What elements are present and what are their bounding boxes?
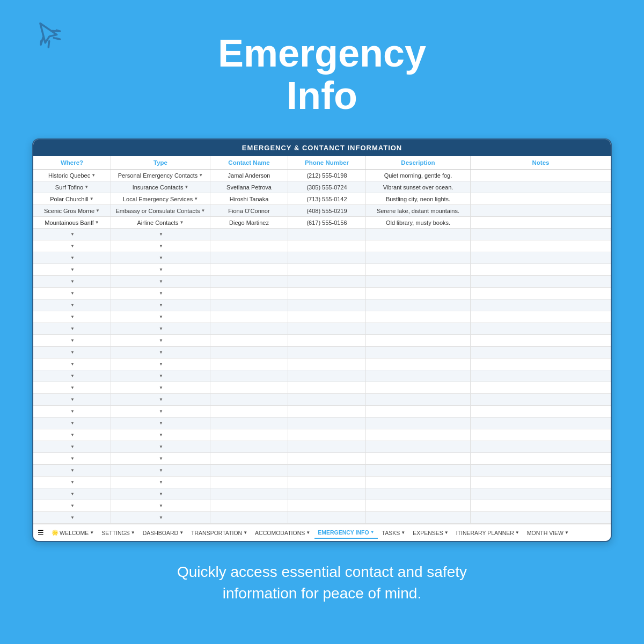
tab-dropdown-arrow: ▼: [444, 530, 449, 535]
table-row-empty[interactable]: ▼ ▼: [33, 311, 611, 323]
cell-description-empty: [366, 453, 471, 464]
cell-type: Airline Contacts▼: [111, 217, 210, 228]
cell-phone-empty: [288, 299, 366, 311]
tab-label: MONTH VIEW: [527, 530, 564, 536]
cell-where-empty: ▼: [33, 229, 111, 240]
cell-notes-empty: [471, 453, 611, 464]
cell-phone-empty: [288, 358, 366, 370]
table-row[interactable]: Surf Tofino▼ Insurance Contacts▼ Svetlan…: [33, 181, 611, 193]
cell-notes: [471, 170, 611, 181]
table-row-empty[interactable]: ▼ ▼: [33, 358, 611, 370]
table-row-empty[interactable]: ▼ ▼: [33, 229, 611, 240]
cell-description-empty: [366, 394, 471, 405]
cell-type-empty: ▼: [111, 323, 210, 334]
table-row-empty[interactable]: ▼ ▼: [33, 335, 611, 347]
cell-where: Scenic Gros Morne▼: [33, 205, 111, 216]
table-title: EMERGENCY & CONTANCT INFORMATION: [33, 140, 611, 156]
tab-dashboard[interactable]: DASHBOARD ▼: [140, 528, 187, 538]
tab-transportation[interactable]: TRANSPORTATION ▼: [188, 528, 251, 538]
table-row-empty[interactable]: ▼ ▼: [33, 288, 611, 299]
tab-dropdown-arrow: ▼: [565, 530, 569, 535]
cell-contact-empty: [210, 512, 288, 523]
cell-where: Mountainous Banff▼: [33, 217, 111, 228]
cell-contact-empty: [210, 418, 288, 429]
cell-where-empty: ▼: [33, 347, 111, 358]
table-row-empty[interactable]: ▼ ▼: [33, 394, 611, 406]
table-row[interactable]: Mountainous Banff▼ Airline Contacts▼ Die…: [33, 217, 611, 229]
cell-notes: [471, 181, 611, 193]
cell-phone-empty: [288, 311, 366, 323]
cell-contact-empty: [210, 240, 288, 252]
table-row-empty[interactable]: ▼ ▼: [33, 323, 611, 335]
cell-where-empty: ▼: [33, 488, 111, 500]
cell-notes-empty: [471, 488, 611, 500]
table-row-empty[interactable]: ▼ ▼: [33, 465, 611, 477]
table-row-empty[interactable]: ▼ ▼: [33, 264, 611, 276]
cell-notes-empty: [471, 240, 611, 252]
tab-settings[interactable]: SETTINGS ▼: [98, 528, 138, 538]
cell-type-empty: ▼: [111, 264, 210, 275]
page-title: Emergency Info: [218, 32, 426, 117]
table-row-empty[interactable]: ▼ ▼: [33, 418, 611, 429]
cell-type-empty: ▼: [111, 382, 210, 393]
cell-description-empty: [366, 347, 471, 358]
cell-where-empty: ▼: [33, 418, 111, 429]
cell-description: Old library, musty books.: [366, 217, 471, 228]
tab-welcome[interactable]: 🌟 WELCOME ▼: [48, 527, 97, 538]
table-row-empty[interactable]: ▼ ▼: [33, 299, 611, 311]
cell-description-empty: [366, 288, 471, 299]
tab-accomodations[interactable]: ACCOMODATIONS ▼: [252, 528, 313, 538]
cell-where-empty: ▼: [33, 335, 111, 346]
cell-where-empty: ▼: [33, 299, 111, 311]
cell-description-empty: [366, 465, 471, 476]
table-row-empty[interactable]: ▼ ▼: [33, 441, 611, 453]
table-row-empty[interactable]: ▼ ▼: [33, 453, 611, 465]
table-row-empty[interactable]: ▼ ▼: [33, 252, 611, 264]
table-row-empty[interactable]: ▼ ▼: [33, 512, 611, 524]
table-row-empty[interactable]: ▼ ▼: [33, 347, 611, 358]
cell-contact: Fiona O'Connor: [210, 205, 288, 216]
cell-description-empty: [366, 370, 471, 382]
table-row[interactable]: Polar Churchill▼ Local Emergency Service…: [33, 193, 611, 205]
tab-expenses[interactable]: EXPENSES ▼: [409, 528, 452, 538]
cell-description: Vibrant sunset over ocean.: [366, 181, 471, 193]
tab-dropdown-arrow: ▼: [90, 530, 94, 535]
table-row-empty[interactable]: ▼ ▼: [33, 477, 611, 488]
cell-description-empty: [366, 335, 471, 346]
cell-contact-empty: [210, 429, 288, 441]
tab-tasks[interactable]: TASKS ▼: [379, 528, 409, 538]
cell-contact-empty: [210, 465, 288, 476]
table-row-empty[interactable]: ▼ ▼: [33, 406, 611, 418]
cell-notes-empty: [471, 441, 611, 452]
table-row-empty[interactable]: ▼ ▼: [33, 370, 611, 382]
table-row-empty[interactable]: ▼ ▼: [33, 240, 611, 252]
table-row-empty[interactable]: ▼ ▼: [33, 276, 611, 288]
cell-where-empty: ▼: [33, 394, 111, 405]
hamburger-icon[interactable]: ☰: [38, 529, 44, 537]
cell-type-empty: ▼: [111, 311, 210, 323]
table-row[interactable]: Historic Quebec▼ Personal Emergency Cont…: [33, 170, 611, 181]
cell-description-empty: [366, 323, 471, 334]
table-row-empty[interactable]: ▼ ▼: [33, 500, 611, 512]
tab-emergency-info[interactable]: EMERGENCY INFO ▼: [314, 527, 377, 539]
cell-where-empty: ▼: [33, 465, 111, 476]
table-row-empty[interactable]: ▼ ▼: [33, 429, 611, 441]
cell-where-empty: ▼: [33, 323, 111, 334]
cell-description-empty: [366, 311, 471, 323]
cell-where-empty: ▼: [33, 512, 111, 523]
cell-description: Quiet morning, gentle fog.: [366, 170, 471, 181]
table-row-empty[interactable]: ▼ ▼: [33, 382, 611, 394]
tab-month-view[interactable]: MONTH VIEW ▼: [524, 528, 572, 538]
cell-type-empty: ▼: [111, 276, 210, 287]
cell-type-empty: ▼: [111, 465, 210, 476]
tab-itinerary-planner[interactable]: ITINERARY PLANNER ▼: [453, 528, 523, 538]
cell-type-empty: ▼: [111, 477, 210, 488]
table-row-empty[interactable]: ▼ ▼: [33, 488, 611, 500]
cell-phone-empty: [288, 276, 366, 287]
cell-type-empty: ▼: [111, 229, 210, 240]
table-row[interactable]: Scenic Gros Morne▼ Embassy or Consulate …: [33, 205, 611, 217]
cell-description-empty: [366, 240, 471, 252]
cell-phone-empty: [288, 429, 366, 441]
tab-label: TASKS: [382, 530, 400, 536]
cell-phone-empty: [288, 335, 366, 346]
